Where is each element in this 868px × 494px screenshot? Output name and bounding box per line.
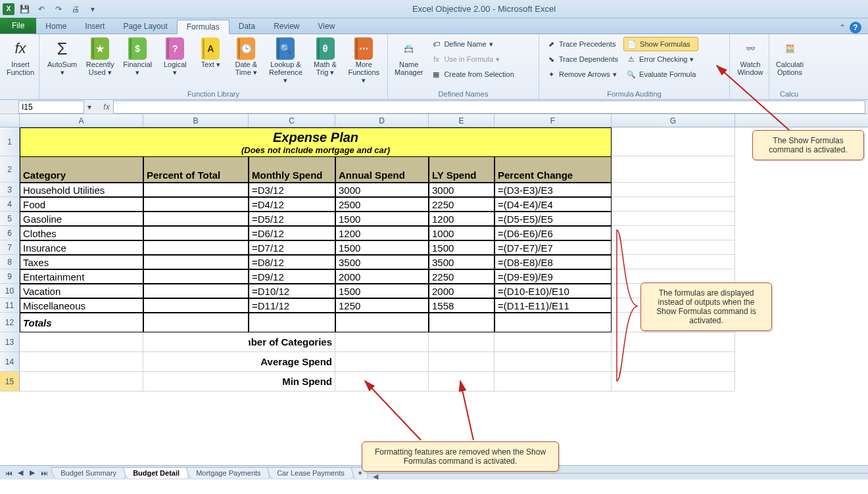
qat-customize[interactable]: ▾ [85,2,100,16]
title-cell[interactable]: Expense Plan(Does not include mortgage a… [20,127,612,156]
cell[interactable]: =D3/12 [249,183,335,197]
sheet-nav-prev[interactable]: ◀ [14,467,26,479]
cell[interactable]: =D8/12 [249,255,335,269]
cell[interactable] [143,313,249,332]
cell[interactable]: Clothes [20,226,143,240]
cell[interactable]: =D9/12 [249,269,335,284]
tab-insert[interactable]: Insert [76,19,114,34]
cell[interactable]: 3000 [335,183,429,197]
save-button[interactable]: 💾 [17,2,32,16]
header-cell[interactable]: Monthly Spend [249,156,335,183]
cell[interactable] [612,197,735,212]
tab-pagelayout[interactable]: Page Layout [114,19,176,34]
cell[interactable] [429,372,494,392]
sheet-nav-next[interactable]: ▶ [26,467,38,479]
tab-home[interactable]: Home [36,19,76,34]
cell[interactable]: Household Utilities [20,183,143,197]
cell[interactable]: 2500 [335,197,429,212]
tab-data[interactable]: Data [229,19,264,34]
col-header[interactable]: B [143,114,249,127]
sheet-tab[interactable]: Car Lease Payments [267,467,354,478]
cell[interactable] [494,372,612,392]
cell[interactable]: =(D8-E8)/E8 [494,255,612,269]
undo-button[interactable]: ↶ [34,2,49,16]
autosum-button[interactable]: ΣAutoSum ▾ [43,37,81,78]
more-functions-button[interactable]: ⋯More Functions ▾ [345,37,383,85]
cell[interactable]: =(D3-E3)/E3 [494,183,612,197]
cell[interactable]: =D6/12 [249,226,335,240]
cell[interactable] [612,332,735,352]
cell[interactable] [612,212,735,226]
cell[interactable]: Taxes [20,255,143,269]
cell[interactable]: 2250 [429,197,494,212]
formula-input[interactable] [113,101,865,114]
tab-formulas[interactable]: Formulas [177,20,229,34]
cell[interactable]: Totals [20,313,143,332]
trace-dependents-button[interactable]: ⬊Trace Dependents [543,52,621,66]
cell[interactable]: 1000 [429,226,494,240]
cell[interactable] [20,332,143,352]
cell[interactable] [612,352,735,372]
row-header[interactable]: 6 [0,226,20,240]
cell[interactable] [143,269,249,284]
name-box[interactable]: I15 [18,101,84,114]
header-cell[interactable]: Annual Spend [335,156,429,183]
cell[interactable]: 1200 [335,226,429,240]
file-tab[interactable]: File [0,18,36,34]
define-name-button[interactable]: 🏷Define Name ▾ [428,37,516,51]
cell[interactable] [429,313,494,332]
cell[interactable]: Min Spend [249,372,335,392]
cell[interactable]: =D5/12 [249,212,335,226]
cell[interactable] [612,269,735,284]
cell[interactable]: Number of Categories [249,332,335,352]
cell[interactable]: Vacation [20,284,143,298]
col-header[interactable]: A [20,114,143,127]
name-manager-button[interactable]: 📇Name Manager [392,37,425,78]
row-header[interactable]: 13 [0,332,20,352]
cell[interactable] [143,332,249,352]
cell[interactable]: 3500 [335,255,429,269]
financial-button[interactable]: $Financial ▾ [119,37,156,78]
trace-precedents-button[interactable]: ⬈Trace Precedents [543,37,621,51]
cell[interactable]: =(D4-E4)/E4 [494,197,612,212]
sheet-nav-first[interactable]: ⏮ [3,467,14,479]
row-header[interactable]: 5 [0,212,20,226]
cell[interactable] [143,284,249,298]
row-header[interactable]: 3 [0,183,20,197]
cell[interactable] [612,372,735,392]
cell[interactable]: Miscellaneous [20,298,143,313]
redo-button[interactable]: ↷ [51,2,66,16]
row-header[interactable]: 12 [0,313,20,332]
cell[interactable] [143,183,249,197]
cell[interactable]: =D11/12 [249,298,335,313]
cell[interactable]: Entertainment [20,269,143,284]
col-header[interactable]: E [429,114,494,127]
cell[interactable]: 1500 [335,212,429,226]
row-header[interactable]: 8 [0,255,20,269]
cell[interactable] [612,226,735,240]
cell[interactable]: 1558 [429,298,494,313]
cell[interactable] [335,372,429,392]
recently-used-button[interactable]: ★Recently Used ▾ [84,37,116,78]
cell[interactable] [494,332,612,352]
col-header[interactable]: G [612,114,735,127]
cell[interactable] [429,352,494,372]
cell[interactable] [335,332,429,352]
row-header[interactable]: 7 [0,240,20,255]
cell[interactable]: =(D7-E7)/E7 [494,240,612,255]
cell[interactable]: 1500 [429,240,494,255]
sheet-tab[interactable]: Budget Detail [123,467,189,478]
cell[interactable]: =(D9-E9)/E9 [494,269,612,284]
cell[interactable]: 2000 [429,284,494,298]
cell[interactable] [612,127,735,156]
watch-window-button[interactable]: 👓Watch Window [734,37,767,78]
sheet-tab[interactable]: Budget Summary [51,467,127,478]
header-cell[interactable]: LY Spend [429,156,494,183]
cell[interactable]: 3500 [429,255,494,269]
fx-label-icon[interactable]: fx [100,102,113,112]
cell[interactable] [143,298,249,313]
cell[interactable] [143,240,249,255]
use-in-formula-button[interactable]: fxUse in Formula ▾ [428,52,516,66]
tab-review[interactable]: Review [264,19,308,34]
remove-arrows-button[interactable]: ✦Remove Arrows ▾ [543,67,621,81]
